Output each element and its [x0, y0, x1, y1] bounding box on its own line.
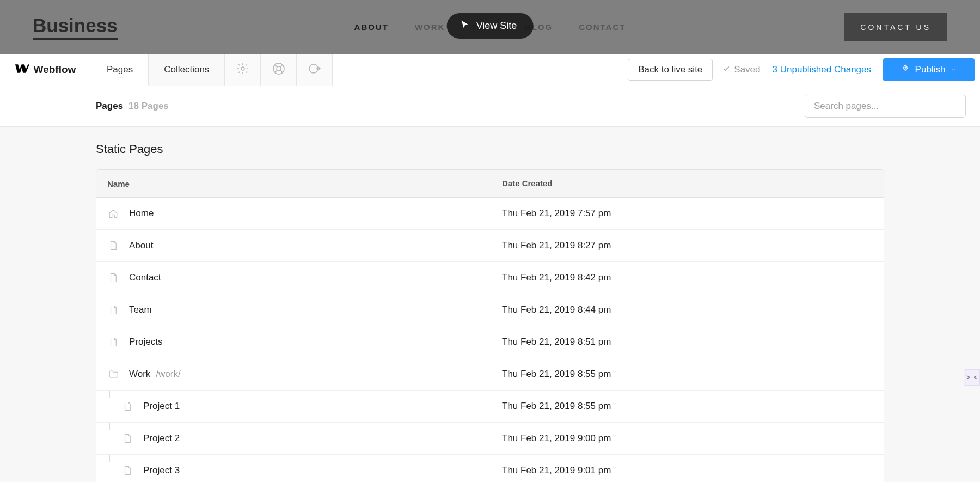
- page-date: Thu Feb 21, 2019 8:42 pm: [502, 272, 611, 283]
- search-pages-box[interactable]: [805, 95, 966, 118]
- chevron-down-icon: [951, 64, 957, 75]
- webflow-icon: [15, 64, 29, 76]
- publish-button[interactable]: Publish: [883, 58, 975, 81]
- contact-us-button[interactable]: CONTACT US: [844, 13, 947, 41]
- webflow-logo[interactable]: Webflow: [0, 54, 91, 86]
- page-name: Project 2: [143, 433, 180, 444]
- table-row[interactable]: ProjectsThu Feb 21, 2019 8:51 pm: [96, 326, 884, 358]
- saved-label: Saved: [734, 64, 760, 75]
- page-icon: [121, 465, 133, 477]
- page-name: Contact: [129, 272, 161, 283]
- table-row[interactable]: Work/work/Thu Feb 21, 2019 8:55 pm: [96, 358, 884, 391]
- table-row[interactable]: AboutThu Feb 21, 2019 8:27 pm: [96, 230, 884, 262]
- help-button[interactable]: [261, 54, 297, 86]
- page-date: Thu Feb 21, 2019 8:51 pm: [502, 337, 611, 347]
- svg-point-4: [905, 67, 906, 68]
- rocket-icon: [901, 64, 910, 76]
- page-date: Thu Feb 21, 2019 8:55 pm: [502, 369, 611, 380]
- svg-point-2: [277, 66, 281, 71]
- exit-icon: [308, 62, 321, 77]
- home-icon: [107, 208, 119, 219]
- logout-button[interactable]: [297, 54, 333, 86]
- page-icon: [107, 272, 119, 284]
- table-row[interactable]: Project 1Thu Feb 21, 2019 8:55 pm: [96, 391, 884, 423]
- page-icon: [107, 304, 119, 316]
- lifebuoy-icon: [272, 62, 285, 77]
- page-icon: [121, 432, 133, 444]
- pages-label: Pages: [96, 101, 123, 112]
- publish-label: Publish: [915, 64, 946, 75]
- nav-link-work[interactable]: WORK: [415, 22, 445, 32]
- tab-pages[interactable]: Pages: [91, 54, 149, 86]
- page-name: Project 3: [143, 465, 180, 476]
- editor-toolbar: Webflow Pages Collections Back to live s…: [0, 54, 980, 86]
- page-header: Pages 18 Pages: [0, 86, 980, 127]
- table-row[interactable]: HomeThu Feb 21, 2019 7:57 pm: [96, 198, 884, 230]
- table-row[interactable]: TeamThu Feb 21, 2019 8:44 pm: [96, 294, 884, 326]
- table-row[interactable]: Project 2Thu Feb 21, 2019 9:00 pm: [96, 423, 884, 455]
- cursor-icon: [460, 20, 470, 32]
- page-date: Thu Feb 21, 2019 8:55 pm: [502, 401, 611, 412]
- section-title: Static Pages: [96, 142, 884, 156]
- page-date: Thu Feb 21, 2019 8:44 pm: [502, 304, 611, 315]
- settings-button[interactable]: [225, 54, 261, 86]
- col-header-name: Name: [107, 179, 130, 188]
- back-to-live-button[interactable]: Back to live site: [628, 59, 713, 81]
- page-name: Project 1: [143, 401, 180, 412]
- table-row[interactable]: ContactThu Feb 21, 2019 8:42 pm: [96, 262, 884, 294]
- saved-indicator: Saved: [722, 54, 760, 86]
- page-name: Home: [129, 208, 154, 219]
- table-header: Name Date Created: [96, 170, 884, 198]
- check-icon: [722, 64, 730, 75]
- content-area: Static Pages Name Date Created HomeThu F…: [0, 127, 980, 482]
- page-name: Projects: [129, 337, 162, 347]
- unpublished-changes-link[interactable]: 3 Unpublished Changes: [773, 54, 871, 86]
- page-icon: [107, 336, 119, 348]
- page-icon: [121, 400, 133, 412]
- page-name: About: [129, 240, 153, 251]
- page-date: Thu Feb 21, 2019 7:57 pm: [502, 208, 611, 219]
- table-row[interactable]: Project 3Thu Feb 21, 2019 9:01 pm: [96, 455, 884, 482]
- svg-point-0: [241, 67, 244, 70]
- panel-toggle[interactable]: >_<: [964, 369, 980, 386]
- page-name: Work: [129, 369, 150, 380]
- tree-line: [109, 391, 114, 398]
- page-slug: /work/: [156, 369, 180, 380]
- webflow-label: Webflow: [34, 64, 76, 76]
- page-date: Thu Feb 21, 2019 9:01 pm: [502, 465, 611, 476]
- view-site-button[interactable]: View Site: [447, 13, 534, 39]
- page-name: Team: [129, 304, 152, 315]
- pages-count: 18 Pages: [128, 101, 169, 112]
- folder-icon: [107, 368, 119, 380]
- tree-line: [109, 455, 114, 462]
- view-site-label: View Site: [476, 20, 517, 32]
- col-header-date: Date Created: [502, 179, 553, 188]
- pages-table: Name Date Created HomeThu Feb 21, 2019 7…: [96, 169, 884, 482]
- nav-link-contact[interactable]: CONTACT: [579, 22, 626, 32]
- gear-icon: [236, 62, 249, 77]
- page-date: Thu Feb 21, 2019 8:27 pm: [502, 240, 611, 251]
- site-brand[interactable]: Business: [33, 14, 118, 40]
- page-date: Thu Feb 21, 2019 9:00 pm: [502, 433, 611, 444]
- tab-collections[interactable]: Collections: [149, 54, 225, 86]
- tree-line: [109, 423, 114, 430]
- nav-link-about[interactable]: ABOUT: [354, 22, 389, 32]
- search-input[interactable]: [814, 95, 957, 117]
- page-icon: [107, 240, 119, 252]
